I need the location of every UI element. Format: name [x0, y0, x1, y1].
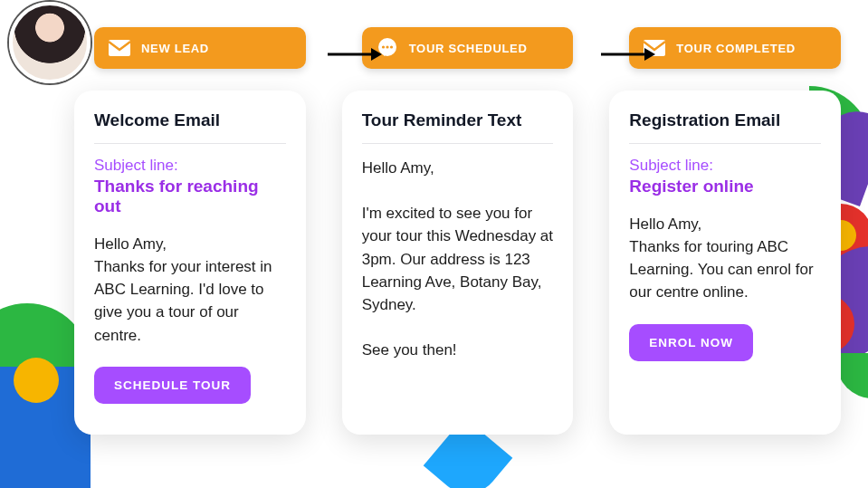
schedule-tour-button[interactable]: SCHEDULE TOUR: [94, 367, 251, 404]
message-card: Welcome Email Subject line: Thanks for r…: [74, 91, 306, 435]
subject-line-label: Subject line:: [629, 157, 821, 175]
workflow-column: NEW LEAD Welcome Email Subject line: Tha…: [74, 27, 306, 435]
stage-badge-tour-scheduled: TOUR SCHEDULED: [362, 27, 574, 69]
divider: [629, 143, 821, 144]
email-subject: Thanks for reaching out: [94, 177, 286, 216]
enrol-now-button[interactable]: ENROL NOW: [629, 324, 753, 361]
message-body: Hello Amy, Thanks for your interest in A…: [94, 233, 286, 347]
svg-point-5: [386, 45, 388, 48]
arrow-icon: [328, 45, 382, 53]
avatar: [9, 2, 91, 83]
workflow-column: TOUR COMPLETED Registration Email Subjec…: [609, 27, 841, 435]
subject-line-label: Subject line:: [94, 157, 286, 175]
svg-point-6: [390, 45, 393, 48]
message-body: Hello Amy, I'm excited to see you for yo…: [362, 157, 554, 361]
svg-point-4: [382, 45, 385, 48]
message-card: Registration Email Subject line: Registe…: [609, 91, 841, 435]
stage-badge-new-lead: NEW LEAD: [94, 27, 306, 69]
svg-rect-2: [109, 40, 130, 56]
arrow-icon: [601, 45, 655, 53]
card-title: Tour Reminder Text: [362, 110, 554, 130]
stage-badge-tour-completed: TOUR COMPLETED: [629, 27, 841, 69]
email-subject: Register online: [629, 177, 821, 196]
mail-icon: [109, 40, 130, 56]
card-title: Registration Email: [629, 110, 821, 130]
workflow-column: TOUR SCHEDULED Tour Reminder Text Hello …: [342, 27, 574, 435]
stage-label: TOUR SCHEDULED: [409, 42, 528, 55]
divider: [362, 143, 554, 144]
message-body: Hello Amy, Thanks for touring ABC Learni…: [629, 213, 821, 304]
decoration: [14, 358, 59, 403]
message-card: Tour Reminder Text Hello Amy, I'm excite…: [342, 91, 574, 435]
stage-label: NEW LEAD: [141, 42, 209, 55]
divider: [94, 143, 286, 144]
workflow: NEW LEAD Welcome Email Subject line: Tha…: [74, 27, 841, 435]
decoration: [836, 353, 868, 398]
stage-label: TOUR COMPLETED: [676, 42, 796, 55]
card-title: Welcome Email: [94, 110, 286, 130]
